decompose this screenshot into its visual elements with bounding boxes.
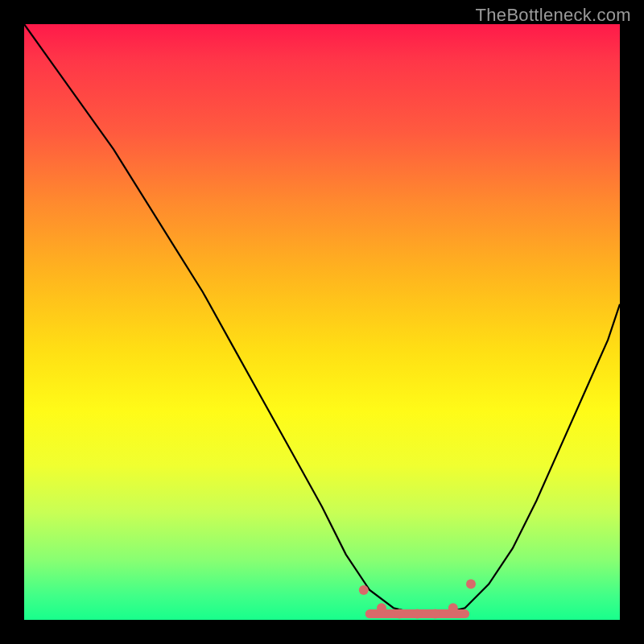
optimal-marker — [359, 585, 369, 595]
optimal-marker — [466, 580, 476, 589]
optimal-marker — [448, 603, 458, 613]
optimal-marker — [394, 609, 404, 619]
bottleneck-curve — [24, 24, 620, 614]
optimal-marker — [377, 603, 386, 613]
optimal-marker — [431, 609, 440, 619]
optimal-marker — [412, 609, 422, 619]
chart-frame: TheBottleneck.com — [0, 0, 644, 644]
plot-area — [24, 24, 620, 620]
watermark-text: TheBottleneck.com — [476, 5, 631, 26]
curve-layer — [24, 24, 620, 620]
